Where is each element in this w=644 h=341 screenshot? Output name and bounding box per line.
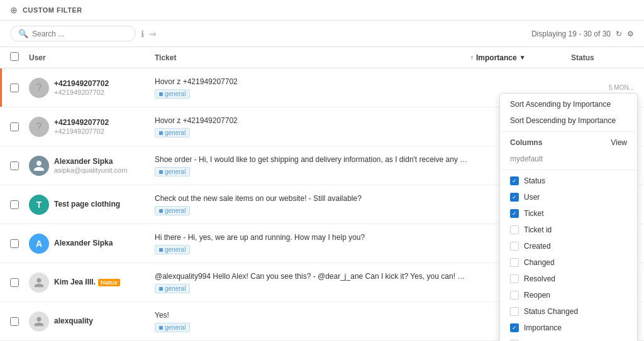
user-name: +421949207702 [54, 79, 109, 89]
column-item-10[interactable]: Incoming messages [500, 336, 637, 341]
column-label: Status Changed [524, 307, 578, 316]
column-label: Reopen [524, 291, 550, 300]
user-info: Alexander Sipka asipka@qualityunit.com [54, 157, 127, 175]
row-checkbox-container[interactable] [10, 200, 29, 209]
row-checkbox[interactable] [10, 161, 19, 170]
column-checkbox[interactable] [510, 291, 519, 300]
column-item-4[interactable]: Created [500, 238, 637, 254]
header-status: Status [571, 53, 634, 62]
sort-desc-label: Sort Descending by Importance [510, 116, 616, 125]
column-checkbox[interactable] [510, 225, 519, 234]
user-email: asipka@qualityunit.com [54, 166, 127, 174]
top-bar: ⊕ CUSTOM FILTER [0, 0, 644, 21]
row-checkbox-container[interactable] [10, 84, 29, 92]
column-item-3[interactable]: Ticket id [500, 222, 637, 238]
row-checkbox[interactable] [10, 239, 19, 248]
sort-ascending-item[interactable]: Sort Ascending by Importance [500, 96, 637, 112]
tag-icon [159, 209, 163, 213]
toolbar-left: 🔍 ℹ ⇒ [10, 26, 157, 41]
row-user: Kim Jea IIII.hiatus [29, 273, 155, 293]
header-check[interactable] [10, 52, 29, 63]
tag-icon [159, 170, 163, 174]
column-label: Ticket [524, 209, 544, 218]
row-checkbox[interactable] [10, 200, 19, 209]
user-info: Alexander Sipka [54, 239, 113, 249]
user-info: Kim Jea IIII.hiatus [54, 278, 120, 288]
row-checkbox-container[interactable] [10, 239, 29, 248]
row-checkbox[interactable] [10, 122, 19, 131]
tag-general: general [155, 167, 190, 176]
row-checkbox-container[interactable] [10, 122, 29, 131]
column-item-2[interactable]: Ticket [500, 205, 637, 222]
row-user: A Alexander Sipka [29, 234, 155, 254]
sort-descending-item[interactable]: Sort Descending by Importance [500, 112, 637, 129]
row-checkbox[interactable] [10, 84, 19, 92]
user-name: Alexander Sipka [54, 239, 113, 249]
column-label: Changed [524, 258, 555, 267]
tag-icon [159, 326, 163, 330]
row-checkbox[interactable] [10, 278, 19, 287]
ticket-subject: Hovor z +421949207702 [155, 77, 469, 87]
row-user: Alexander Sipka asipka@qualityunit.com [29, 156, 155, 176]
hiatus-badge: hiatus [98, 279, 120, 286]
displaying-text: Displaying 19 - 30 of 30 [531, 30, 611, 38]
column-checkbox[interactable] [510, 176, 519, 185]
user-email: +421949207702 [54, 89, 109, 96]
column-checkbox[interactable] [510, 274, 519, 283]
column-item-6[interactable]: Resolved [500, 271, 637, 287]
column-checkbox[interactable] [510, 193, 519, 202]
ticket-subject: Check out the new sale items on our webs… [155, 193, 469, 204]
row-checkbox-container[interactable] [10, 161, 29, 170]
view-label: View [611, 138, 627, 147]
info-icon[interactable]: ℹ [141, 29, 144, 39]
tag-icon [159, 92, 163, 96]
time-badge: 5 MON... [609, 84, 634, 91]
header-importance[interactable]: ↑ Importance ▼ [470, 53, 571, 62]
row-checkbox-container[interactable] [10, 278, 29, 287]
select-all-checkbox[interactable] [10, 52, 19, 61]
column-item-9[interactable]: Importance [500, 320, 637, 336]
column-checkbox[interactable] [510, 323, 519, 332]
divider2 [500, 170, 637, 170]
column-item-0[interactable]: Status [500, 173, 637, 189]
settings-icon[interactable]: ⚙ [627, 30, 634, 38]
column-item-8[interactable]: Status Changed [500, 303, 637, 320]
search-box[interactable]: 🔍 [10, 26, 136, 41]
sort-up-icon: ↑ [470, 54, 474, 61]
row-checkbox-container[interactable] [10, 317, 29, 326]
ticket-subject: Hovor z +421949207702 [155, 116, 469, 126]
avatar: T [29, 195, 49, 215]
avatar: ? [29, 117, 49, 137]
row-user: ? +421949207702 +421949207702 [29, 78, 155, 98]
column-checkbox[interactable] [510, 258, 519, 267]
refresh-icon[interactable]: ↻ [616, 30, 622, 38]
preset-item[interactable]: mydefault [500, 151, 637, 167]
column-label: User [524, 193, 540, 202]
table-header: User Ticket ↑ Importance ▼ Status [0, 47, 644, 68]
search-input[interactable] [32, 30, 128, 38]
preset-label: mydefault [510, 154, 543, 163]
column-item-7[interactable]: Reopen [500, 287, 637, 303]
ticket-subject: Shoe order - Hi, I would like to get shi… [155, 154, 469, 165]
column-item-1[interactable]: User [500, 189, 637, 205]
column-checkbox[interactable] [510, 242, 519, 251]
column-checkbox[interactable] [510, 209, 519, 218]
column-checkbox[interactable] [510, 307, 519, 316]
avatar [29, 311, 49, 332]
row-time: 5 MON... [571, 84, 634, 91]
user-email: +421949207702 [54, 127, 109, 135]
row-user: ? +421949207702 +421949207702 [29, 117, 155, 137]
toolbar-right: Displaying 19 - 30 of 30 ↻ ⚙ [531, 30, 634, 38]
row-checkbox[interactable] [10, 317, 19, 326]
row-user: alexquality [29, 311, 155, 332]
column-item-5[interactable]: Changed [500, 254, 637, 271]
user-info: Test page clothing [54, 200, 120, 210]
tag-general: general [155, 323, 190, 332]
user-name: Test page clothing [54, 200, 120, 210]
search-icon: 🔍 [18, 29, 28, 38]
tag-icon [159, 248, 163, 252]
tag-icon [159, 131, 163, 135]
divider [500, 131, 637, 132]
forward-icon[interactable]: ⇒ [149, 29, 157, 39]
columns-label-item: Columns View [500, 134, 637, 151]
